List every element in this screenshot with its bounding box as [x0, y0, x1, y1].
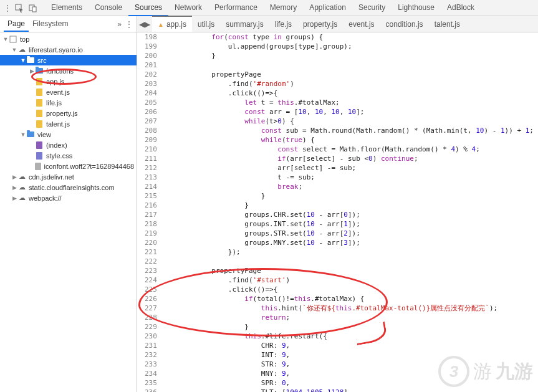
devtools-tab-elements[interactable]: Elements — [45, 0, 89, 16]
tree-item-label: event.js — [46, 88, 70, 96]
expand-arrow-icon[interactable]: ▶ — [11, 184, 17, 191]
tree-item[interactable]: ▶☁webpack:// — [0, 193, 137, 203]
tree-item[interactable]: iconfont.woff2?t=1628944468 — [0, 161, 137, 171]
editor-tab-label: talent.js — [435, 20, 460, 29]
sidebar-tab-filesystem[interactable]: Filesystem — [29, 17, 72, 32]
tree-item-label: (index) — [46, 141, 67, 149]
devtools-tab-memory[interactable]: Memory — [264, 0, 303, 16]
history-back-icon[interactable]: ◀▶ — [137, 20, 152, 29]
editor-tab-label: property.js — [303, 20, 337, 29]
code-area[interactable]: for(const type in groups) { ul.append(gr… — [162, 32, 538, 392]
tree-item[interactable]: ▼top — [0, 34, 137, 44]
expand-arrow-icon[interactable]: ▶ — [11, 174, 17, 180]
device-toolbar-icon[interactable] — [26, 1, 40, 15]
devtools-tab-lighthouse[interactable]: Lighthouse — [391, 0, 441, 16]
editor-tab-label: event.js — [348, 20, 374, 29]
js-file-icon — [35, 109, 44, 118]
tree-item-label: iconfont.woff2?t=1628944468 — [44, 163, 134, 170]
menu-dots-icon[interactable]: ⋮ — [2, 4, 12, 12]
devtools-tab-performance[interactable]: Performance — [208, 0, 264, 16]
tree-item[interactable]: app.js — [0, 76, 137, 87]
folder-icon — [35, 67, 44, 75]
index-file-icon — [35, 141, 44, 150]
cloud-icon: ☁ — [17, 173, 26, 181]
tree-item-label: src — [37, 57, 47, 64]
editor-tab[interactable]: util.js — [192, 16, 220, 32]
cloud-icon: ☁ — [17, 45, 26, 54]
tree-item[interactable]: ▼view — [0, 129, 137, 140]
editor-tab-label: condition.js — [386, 20, 423, 29]
tree-item-label: functions — [46, 67, 74, 75]
line-gutter: 198 199 200 201 202 203 204 205 206 207 … — [137, 32, 162, 392]
editor-tabbar: ◀▶ ▲app.jsutil.jssummary.jslife.jsproper… — [137, 16, 538, 32]
sidebar-menu-icon[interactable]: ⋮ — [125, 20, 133, 29]
devtools-tab-console[interactable]: Console — [89, 0, 128, 16]
tree-item[interactable]: (index) — [0, 140, 137, 150]
editor-tab[interactable]: property.js — [297, 16, 343, 32]
editor-tab[interactable]: summary.js — [220, 16, 269, 32]
tree-item-label: property.js — [46, 110, 78, 117]
editor-tab-label: app.js — [166, 20, 186, 29]
select-element-icon[interactable] — [12, 1, 26, 15]
tree-item-label: app.js — [46, 78, 64, 85]
css-file-icon — [35, 151, 44, 160]
tree-item-label: talent.js — [46, 120, 70, 128]
cloud-icon: ☁ — [17, 194, 26, 203]
js-file-icon — [35, 98, 44, 107]
tree-item[interactable]: event.js — [0, 87, 137, 97]
expand-arrow-icon[interactable]: ▼ — [20, 57, 26, 64]
folder-icon — [26, 130, 35, 139]
tree-item-label: top — [20, 36, 29, 43]
tree-item-label: cdn.jsdelivr.net — [29, 173, 74, 181]
svg-rect-3 — [10, 36, 16, 42]
cloud-icon: ☁ — [17, 183, 26, 192]
editor-tab-label: summary.js — [226, 20, 263, 29]
editor-tab[interactable]: life.js — [269, 16, 297, 32]
frame-icon — [9, 35, 17, 44]
tree-item[interactable]: life.js — [0, 97, 137, 108]
editor-tab[interactable]: talent.js — [429, 16, 466, 32]
folder-icon — [26, 56, 35, 65]
tree-item[interactable]: property.js — [0, 108, 137, 118]
tree-item-label: static.cloudflareinsights.com — [29, 184, 115, 191]
sidebar-tabs: PageFilesystem » ⋮ — [0, 16, 137, 32]
devtools-tab-adblock[interactable]: AdBlock — [441, 0, 481, 16]
tree-item[interactable]: ▼src — [0, 55, 137, 65]
sidebar-tab-page[interactable]: Page — [4, 17, 29, 32]
editor-tab-label: life.js — [275, 20, 292, 29]
code-editor[interactable]: 198 199 200 201 202 203 204 205 206 207 … — [137, 32, 538, 392]
editor-tab-label: util.js — [198, 20, 214, 29]
devtools-tab-application[interactable]: Application — [303, 0, 352, 16]
devtools-tab-network[interactable]: Network — [168, 0, 208, 16]
warning-icon: ▲ — [158, 21, 164, 28]
file-icon — [34, 162, 42, 171]
expand-arrow-icon[interactable]: ▼ — [11, 47, 17, 53]
svg-rect-2 — [32, 7, 36, 12]
tree-item[interactable]: ▶☁static.cloudflareinsights.com — [0, 182, 137, 193]
editor-tab[interactable]: condition.js — [380, 16, 429, 32]
tree-item-label: life.js — [46, 99, 62, 107]
tree-item-label: webpack:// — [29, 194, 62, 202]
devtools-toolbar: ⋮ ElementsConsoleSourcesNetworkPerforman… — [0, 0, 538, 16]
expand-arrow-icon[interactable]: ▶ — [29, 68, 35, 74]
expand-arrow-icon[interactable]: ▶ — [11, 195, 17, 201]
expand-arrow-icon[interactable]: ▼ — [2, 36, 9, 42]
editor-tab[interactable]: ▲app.js — [152, 16, 192, 32]
tree-item[interactable]: talent.js — [0, 118, 137, 129]
sources-sidebar: PageFilesystem » ⋮ ▼top▼☁liferestart.sya… — [0, 16, 137, 392]
js-file-icon — [35, 88, 44, 97]
tree-item[interactable]: ▶functions — [0, 65, 137, 76]
tree-item-label: view — [37, 131, 51, 138]
js-file-icon — [35, 120, 44, 128]
tree-item[interactable]: style.css — [0, 150, 137, 161]
tree-item[interactable]: ▶☁cdn.jsdelivr.net — [0, 171, 137, 182]
devtools-tab-security[interactable]: Security — [352, 0, 391, 16]
expand-arrow-icon[interactable]: ▼ — [20, 131, 26, 138]
editor-tab[interactable]: event.js — [343, 16, 380, 32]
tree-item[interactable]: ▼☁liferestart.syaro.io — [0, 44, 137, 55]
file-tree[interactable]: ▼top▼☁liferestart.syaro.io▼src▶functions… — [0, 32, 137, 392]
devtools-tab-sources[interactable]: Sources — [128, 0, 168, 16]
sidebar-more-icon[interactable]: » — [117, 20, 122, 29]
tree-item-label: style.css — [46, 152, 72, 160]
tree-item-label: liferestart.syaro.io — [29, 46, 83, 54]
